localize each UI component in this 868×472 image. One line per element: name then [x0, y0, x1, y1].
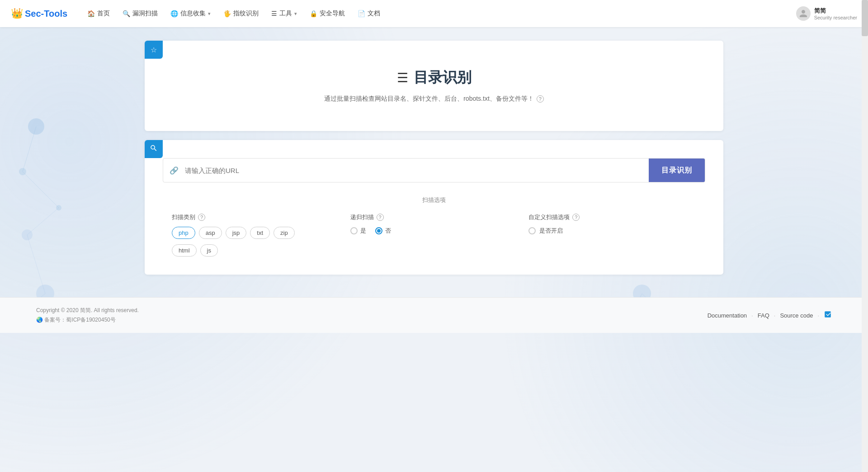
- hero-subtitle: 通过批量扫描检查网站目录名、探针文件、后台、robots.txt、备份文件等！ …: [163, 95, 705, 103]
- nav-item-tools[interactable]: ☰ 工具: [266, 6, 302, 21]
- url-input[interactable]: [185, 160, 649, 181]
- recursive-scan-title: 递归扫描 ?: [350, 213, 518, 221]
- scrollbar[interactable]: [862, 0, 868, 472]
- link-icon: 🔗: [163, 166, 185, 175]
- nav-vuln-label: 漏洞扫描: [132, 9, 158, 18]
- scan-type-label: 扫描类别: [172, 213, 195, 221]
- custom-options-title: 自定义扫描选项 ?: [528, 213, 696, 221]
- hero-title: ☰ 目录识别: [163, 68, 705, 88]
- recursive-scan-help-icon[interactable]: ?: [377, 214, 384, 221]
- docs-icon: 📄: [358, 10, 365, 17]
- hero-menu-icon: ☰: [397, 70, 408, 85]
- tag-js[interactable]: js: [200, 244, 218, 257]
- nav-item-fingerprint[interactable]: 🖐 指纹识别: [218, 6, 264, 21]
- nav-item-home[interactable]: 🏠 首页: [82, 6, 115, 21]
- scrollbar-thumb[interactable]: [862, 0, 868, 36]
- nav-items: 🏠 首页 🔍 漏洞扫描 🌐 信息收集 🖐 指纹识别 ☰ 工具 🔒 安全导航 📄 …: [82, 6, 796, 21]
- user-role: Security researcher: [814, 15, 857, 20]
- nav-docs-label: 文档: [368, 9, 380, 18]
- svg-line-8: [27, 208, 59, 235]
- svg-line-7: [23, 172, 59, 208]
- radio-yes-circle: [350, 227, 358, 234]
- search-tab-icon: [150, 144, 158, 154]
- footer-link-source[interactable]: Source code: [780, 312, 813, 319]
- footer-icp: 🌏 备案号：蜀ICP备19020450号: [36, 316, 139, 324]
- star-icon: ☆: [151, 46, 157, 54]
- url-input-row: 🔗 目录识别: [163, 158, 705, 182]
- svg-point-3: [22, 229, 33, 240]
- recursive-scan-group: 递归扫描 ? 是 否: [350, 213, 518, 257]
- footer-copyright: Copyright © 2020 简简. All rights reserved…: [36, 307, 139, 314]
- custom-options-checkbox: [528, 227, 536, 234]
- scan-type-group: 扫描类别 ? php asp jsp txt zip html js: [172, 213, 340, 257]
- hero-subtitle-text: 通过批量扫描检查网站目录名、探针文件、后台、robots.txt、备份文件等！: [324, 95, 534, 103]
- recursive-scan-options: 是 否: [350, 227, 518, 235]
- radio-yes[interactable]: 是: [350, 227, 366, 235]
- nav-info-label: 信息收集: [180, 9, 206, 18]
- tag-txt[interactable]: txt: [250, 227, 270, 239]
- submit-button[interactable]: 目录识别: [649, 159, 705, 182]
- svg-point-1: [19, 168, 26, 175]
- info-icon: 🌐: [170, 10, 178, 17]
- footer: Copyright © 2020 简简. All rights reserved…: [0, 297, 868, 333]
- fingerprint-icon: 🖐: [223, 10, 231, 17]
- radio-no-circle: [375, 227, 382, 234]
- radio-no-label: 否: [385, 227, 391, 235]
- hero-card: ☆ ☰ 目录识别 通过批量扫描检查网站目录名、探针文件、后台、robots.tx…: [145, 41, 723, 131]
- custom-options-help-icon[interactable]: ?: [572, 214, 580, 221]
- scan-type-tags: php asp jsp txt zip: [172, 227, 340, 239]
- hero-card-tab[interactable]: ☆: [145, 41, 163, 59]
- svg-line-9: [27, 235, 45, 294]
- tag-zip[interactable]: zip: [274, 227, 295, 239]
- vuln-icon: 🔍: [123, 10, 130, 17]
- footer-link-docs[interactable]: Documentation: [708, 312, 747, 319]
- nav-home-label: 首页: [97, 9, 110, 18]
- user-info: 简简 Security researcher: [814, 7, 857, 20]
- navbar: 👑 Sec-Tools 🏠 首页 🔍 漏洞扫描 🌐 信息收集 🖐 指纹识别 ☰ …: [0, 0, 868, 27]
- tag-html[interactable]: html: [172, 244, 197, 257]
- scan-type-tags-row2: html js: [172, 244, 340, 257]
- nav-fingerprint-label: 指纹识别: [233, 9, 259, 18]
- nav-security-label: 安全导航: [320, 9, 345, 18]
- footer-brand-icon: [824, 310, 832, 320]
- custom-options-toggle-label: 是否开启: [539, 227, 563, 235]
- nav-item-docs[interactable]: 📄 文档: [352, 6, 386, 21]
- svg-line-6: [23, 126, 36, 172]
- scan-options-label: 扫描选项: [163, 196, 705, 204]
- nav-item-security[interactable]: 🔒 安全导航: [304, 6, 350, 21]
- nav-tools-label: 工具: [279, 9, 292, 18]
- search-card: 🔗 目录识别 扫描选项 扫描类别 ? php asp jsp txt zip: [145, 140, 723, 275]
- search-card-tab: [145, 140, 163, 158]
- security-icon: 🔒: [310, 10, 317, 17]
- footer-left: Copyright © 2020 简简. All rights reserved…: [36, 307, 139, 324]
- footer-right: Documentation · FAQ · Source code ·: [708, 310, 832, 320]
- nav-item-info[interactable]: 🌐 信息收集: [165, 6, 216, 21]
- recursive-scan-label: 递归扫描: [350, 213, 374, 221]
- tag-php[interactable]: php: [172, 227, 195, 239]
- brand-logo[interactable]: 👑 Sec-Tools: [11, 8, 67, 19]
- radio-no[interactable]: 否: [375, 227, 391, 235]
- tag-jsp[interactable]: jsp: [226, 227, 247, 239]
- scan-type-help-icon[interactable]: ?: [198, 214, 205, 221]
- scan-type-title: 扫描类别 ?: [172, 213, 340, 221]
- footer-link-faq[interactable]: FAQ: [758, 312, 769, 319]
- options-grid: 扫描类别 ? php asp jsp txt zip html js: [163, 213, 705, 257]
- tools-icon: ☰: [271, 10, 277, 17]
- hero-help-icon[interactable]: ?: [537, 95, 544, 103]
- nav-item-vuln[interactable]: 🔍 漏洞扫描: [117, 6, 163, 21]
- custom-options-label: 自定义扫描选项: [528, 213, 570, 221]
- brand-crown-icon: 👑: [11, 8, 23, 19]
- main-content: ☆ ☰ 目录识别 通过批量扫描检查网站目录名、探针文件、后台、robots.tx…: [108, 27, 760, 297]
- user-profile[interactable]: 简简 Security researcher: [796, 6, 857, 21]
- radio-yes-label: 是: [360, 227, 366, 235]
- svg-point-0: [28, 118, 44, 135]
- home-icon: 🏠: [87, 10, 95, 17]
- custom-options-toggle[interactable]: 是否开启: [528, 227, 696, 235]
- svg-point-2: [56, 205, 61, 210]
- user-avatar: [796, 6, 811, 21]
- hero-title-text: 目录识别: [414, 68, 472, 88]
- tag-asp[interactable]: asp: [199, 227, 222, 239]
- custom-options-group: 自定义扫描选项 ? 是否开启: [528, 213, 696, 257]
- user-name: 简简: [814, 7, 857, 15]
- brand-name: Sec-Tools: [25, 9, 67, 19]
